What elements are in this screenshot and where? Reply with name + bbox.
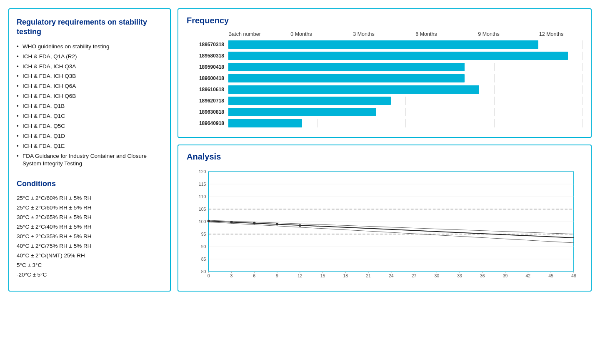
freq-header-label: 0 Months — [270, 31, 332, 37]
freq-bar — [228, 74, 465, 82]
freq-bar — [228, 63, 465, 71]
svg-text:80: 80 — [201, 269, 206, 274]
bullet-item: FDA Guidance for Industry Container and … — [17, 152, 162, 168]
condition-item: 5°C ± 3°C — [17, 262, 162, 268]
grid-line — [494, 108, 495, 116]
grid-line — [494, 85, 495, 94]
freq-header-label: 12 Months — [520, 31, 582, 37]
svg-point-62 — [299, 224, 301, 227]
svg-text:42: 42 — [526, 274, 531, 278]
svg-text:12: 12 — [298, 274, 302, 278]
freq-row: 189620718 — [187, 97, 582, 105]
batch-label: 189610618 — [187, 87, 228, 92]
analysis-title: Analysis — [187, 152, 582, 162]
freq-bar — [228, 52, 568, 60]
grid-line — [582, 85, 583, 94]
freq-row: 189630818 — [187, 108, 582, 116]
svg-text:115: 115 — [199, 182, 206, 187]
bar-area — [228, 97, 582, 105]
condition-item: 40°C ± 2°C/(NMT) 25% RH — [17, 252, 162, 259]
bullet-item: ICH & FDA, Q1C — [17, 112, 162, 120]
bullet-item: ICH & FDA, ICH Q6A — [17, 82, 162, 90]
freq-row: 189600418 — [187, 74, 582, 82]
analysis-panel: Analysis 8085909510010511011512003691215… — [178, 145, 592, 292]
svg-text:105: 105 — [199, 207, 206, 212]
frequency-panel: Frequency Batch number 0 Months3 Months6… — [178, 8, 592, 138]
svg-text:100: 100 — [199, 219, 206, 224]
grid-line — [582, 52, 583, 60]
freq-bar — [228, 40, 538, 49]
svg-text:85: 85 — [201, 257, 206, 262]
svg-text:39: 39 — [503, 274, 508, 278]
svg-text:0: 0 — [208, 274, 210, 278]
conditions-list: 25°C ± 2°C/60% RH ± 5% RH25°C ± 2°C/60% … — [17, 195, 162, 278]
bar-area — [228, 119, 582, 127]
bullet-item: ICH & FDA, Q1A (R2) — [17, 53, 162, 61]
bullet-item: WHO guidelines on stability testing — [17, 43, 162, 51]
bar-area — [228, 108, 582, 116]
condition-item: 25°C ± 2°C/60% RH ± 5% RH — [17, 195, 162, 201]
bar-area — [228, 63, 582, 71]
analysis-svg: 8085909510010511011512003691215182124273… — [187, 167, 582, 284]
bullet-list: WHO guidelines on stability testingICH &… — [17, 43, 162, 168]
freq-bar — [228, 97, 391, 105]
svg-point-59 — [230, 221, 232, 223]
grid-line — [405, 119, 406, 127]
left-panel: Regulatory requirements on stability tes… — [8, 8, 171, 292]
batch-label: 189580318 — [187, 53, 228, 59]
batch-header: Batch number — [228, 31, 270, 37]
bullet-item: ICH & FDA, ICH Q3B — [17, 72, 162, 80]
condition-item: 25°C ± 2°C/40% RH ± 5% RH — [17, 224, 162, 230]
freq-row: 189610618 — [187, 85, 582, 94]
grid-line — [317, 119, 318, 127]
freq-row: 189580318 — [187, 52, 582, 60]
batch-label: 189600418 — [187, 75, 228, 81]
grid-line — [582, 108, 583, 116]
grid-line — [494, 63, 495, 71]
analysis-chart-container: 8085909510010511011512003691215182124273… — [187, 167, 582, 284]
condition-item: 30°C ± 2°C/65% RH ± 5% RH — [17, 214, 162, 220]
bar-area — [228, 52, 582, 60]
freq-bar — [228, 119, 302, 127]
freq-header-label: 6 Months — [395, 31, 458, 37]
batch-label: 189640918 — [187, 120, 228, 126]
svg-text:9: 9 — [276, 274, 278, 278]
frequency-chart: Batch number 0 Months3 Months6 Months9 M… — [187, 31, 582, 127]
grid-line — [494, 119, 495, 127]
freq-rows: 1895703181895803181895904181896004181896… — [187, 40, 582, 127]
freq-bar — [228, 108, 376, 116]
condition-item: -20°C ± 5°C — [17, 272, 162, 278]
svg-text:90: 90 — [201, 244, 206, 249]
svg-text:95: 95 — [201, 232, 206, 237]
freq-header-label: 3 Months — [332, 31, 395, 37]
svg-point-61 — [276, 223, 278, 226]
svg-text:36: 36 — [480, 274, 485, 278]
svg-text:18: 18 — [343, 274, 348, 278]
bullet-item: ICH & FDA, ICH Q3A — [17, 63, 162, 71]
bullet-item: ICH & FDA, Q5C — [17, 122, 162, 130]
batch-label: 189620718 — [187, 98, 228, 104]
freq-row: 189570318 — [187, 40, 582, 49]
bullet-item: ICH & FDA, Q1B — [17, 102, 162, 110]
svg-text:6: 6 — [253, 274, 255, 278]
svg-text:33: 33 — [457, 274, 462, 278]
freq-header-label: 9 Months — [458, 31, 520, 37]
grid-line — [582, 63, 583, 71]
grid-line — [582, 40, 583, 49]
bar-area — [228, 40, 582, 49]
bar-area — [228, 85, 582, 94]
svg-point-60 — [253, 222, 255, 224]
svg-text:48: 48 — [571, 274, 576, 278]
bullet-item: ICH & FDA, Q1E — [17, 142, 162, 150]
svg-text:3: 3 — [230, 274, 233, 278]
grid-line — [405, 108, 406, 116]
frequency-title: Frequency — [187, 16, 582, 25]
conditions-title: Conditions — [17, 180, 162, 188]
bar-area — [228, 74, 582, 82]
freq-header: Batch number 0 Months3 Months6 Months9 M… — [187, 31, 582, 37]
svg-text:24: 24 — [389, 274, 394, 278]
grid-line — [582, 119, 583, 127]
bullet-item: ICH & FDA, Q1D — [17, 132, 162, 140]
grid-line — [582, 97, 583, 105]
batch-label: 189590418 — [187, 64, 228, 70]
